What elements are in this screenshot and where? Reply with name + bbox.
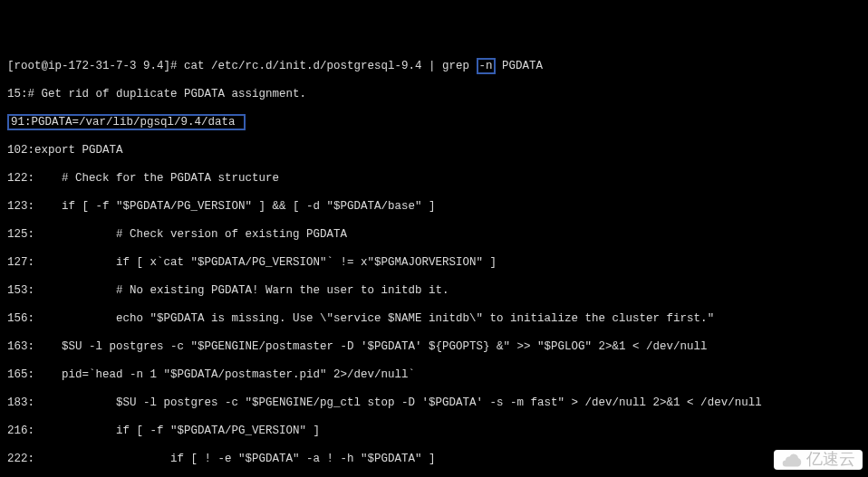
output-line-156: 156: echo "$PGDATA is missing. Use \"ser… (7, 312, 861, 327)
prompt-suffix: PGDATA (496, 60, 544, 72)
output-line-15: 15:# Get rid of duplicate PGDATA assignm… (7, 88, 861, 102)
cloud-icon (781, 453, 803, 467)
output-line-125: 125: # Check version of existing PGDATA (7, 228, 861, 243)
highlight-flag-n: -n (477, 58, 496, 74)
output-line-216: 216: if [ -f "$PGDATA/PG_VERSION" ] (7, 425, 861, 439)
output-line-222: 222: if [ ! -e "$PGDATA" -a ! -h "$PGDAT… (7, 453, 861, 467)
output-line-127: 127: if [ x`cat "$PGDATA/PG_VERSION"` !=… (7, 256, 861, 271)
output-line-91: 91:PGDATA=/var/lib/pgsql/9.4/data (7, 116, 861, 130)
watermark-badge: 亿速云 (774, 450, 863, 470)
output-line-163: 163: $SU -l postgres -c "$PGENGINE/postm… (7, 340, 861, 355)
highlight-pgdata-path: 91:PGDATA=/var/lib/pgsql/9.4/data (7, 114, 246, 130)
output-line-165: 165: pid=`head -n 1 "$PGDATA/postmaster.… (7, 368, 861, 383)
output-line-122: 122: # Check for the PGDATA structure (7, 172, 861, 186)
output-line-102: 102:export PGDATA (7, 144, 861, 158)
output-line-153: 153: # No existing PGDATA! Warn the user… (7, 284, 861, 299)
watermark-text: 亿速云 (806, 453, 855, 467)
output-line-123: 123: if [ -f "$PGDATA/PG_VERSION" ] && [… (7, 200, 861, 215)
terminal-line: [root@ip-172-31-7-3 9.4]# cat /etc/rc.d/… (7, 60, 861, 74)
output-line-183: 183: $SU -l postgres -c "$PGENGINE/pg_ct… (7, 396, 861, 411)
prompt-text: [root@ip-172-31-7-3 9.4]# cat /etc/rc.d/… (7, 60, 477, 72)
